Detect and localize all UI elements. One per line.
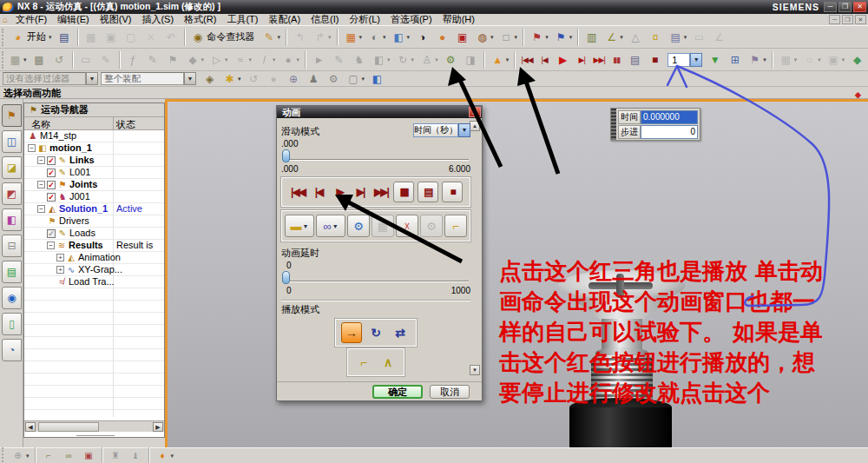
background-icon[interactable]: □▾ [496, 28, 521, 47]
collapse-icon[interactable]: − [28, 144, 36, 152]
tree-node-l001[interactable]: ✓✎L001 [24, 167, 164, 179]
loop-button[interactable]: ↻ [365, 322, 386, 343]
node-label[interactable]: Drivers [59, 215, 89, 226]
tree-node-loads[interactable]: ✓✎Loads [24, 228, 164, 240]
collapse-icon[interactable]: − [37, 156, 45, 164]
snap-pin-icon[interactable]: ⊕▾ [8, 449, 32, 463]
refresh-icon[interactable]: ↺ [49, 50, 69, 69]
mdi-close-button[interactable]: ✕ [855, 15, 866, 24]
checkbox[interactable]: ✓ [47, 169, 56, 177]
tree-horizontal-scrollbar[interactable]: ◀ ▶ [24, 420, 164, 432]
snap-icon[interactable]: ◈ [200, 69, 220, 89]
node-label[interactable]: J001 [69, 191, 90, 202]
rewind-icon[interactable]: |◀◀ [518, 50, 536, 69]
dialog-titlebar[interactable]: 动画 ✕ [277, 106, 482, 118]
web-browser-tab[interactable]: ◉ [2, 287, 22, 309]
menu-工具[interactable]: 工具(T) [221, 14, 263, 25]
panel-resize-grip[interactable] [76, 433, 115, 436]
view-list-icon[interactable]: ▤▾ [666, 28, 690, 47]
object-display-icon[interactable]: ▦▾ [5, 50, 30, 69]
expand-icon[interactable]: + [56, 266, 64, 274]
scroll-right-icon[interactable]: ▶ [153, 422, 163, 432]
node-label[interactable]: motion_1 [49, 142, 92, 153]
column-status[interactable]: 状态 [116, 118, 135, 131]
scrollbar-thumb[interactable] [38, 422, 99, 432]
tree-node-results[interactable]: −≋ResultsResult is [24, 240, 164, 252]
command-finder-icon[interactable]: ◉命令查找器 [188, 28, 260, 47]
joint-tool-icon[interactable]: ⌐ [39, 449, 59, 463]
info-list-icon[interactable]: ▥ [582, 28, 602, 47]
toolbar-grip[interactable] [2, 51, 3, 69]
pause-button[interactable]: ▮▮ [393, 182, 414, 202]
sketch-pen-icon[interactable]: ✎▾ [260, 28, 284, 47]
scope-filter-combo[interactable]: 整个装配 ▼ [101, 72, 196, 85]
dialog-scrollbar[interactable]: ▲ ▼ [470, 121, 480, 387]
close-window-icon[interactable]: ▦▾ [341, 28, 365, 47]
column-name[interactable]: 名称 [31, 118, 50, 131]
step-back-icon[interactable]: |◀ [536, 50, 553, 69]
chain-tool-icon[interactable]: ▣ [79, 449, 99, 463]
save-icon[interactable]: ▤ [55, 28, 75, 47]
snap-point-icon[interactable]: △ [626, 28, 646, 47]
tree-node-xygraph[interactable]: +∿XY-Grap... [24, 264, 164, 276]
roles-tab[interactable]: ▤ [2, 261, 22, 283]
cancel-button[interactable]: 取消 [430, 385, 470, 399]
node-label[interactable]: Loads [69, 228, 95, 238]
checkbox[interactable]: ✓ [47, 156, 56, 165]
step-back-button[interactable]: |◀ [308, 182, 329, 202]
restore-button[interactable]: ❐ [838, 2, 852, 12]
stop-button[interactable]: ■ [442, 182, 463, 202]
link-tool-icon[interactable]: ∞ [59, 449, 79, 463]
star-burst-icon[interactable]: ✱▾ [220, 69, 244, 89]
simulation-navigator-tab[interactable]: ◧ [2, 208, 22, 231]
frame-value[interactable]: 1 [667, 53, 690, 67]
gear-pair-icon[interactable]: ⚙ [441, 50, 461, 69]
tree-node-links[interactable]: −✓✎Links [24, 155, 164, 167]
crane-button[interactable]: ⌐ [444, 215, 467, 237]
tree-node-animation[interactable]: +◭Animation [24, 252, 164, 264]
scroll-up-icon[interactable]: ▲ [470, 121, 480, 131]
collapse-icon[interactable]: − [47, 241, 55, 249]
swing-button[interactable]: ⇄ [390, 322, 411, 343]
linkage-closed-button[interactable]: ∧ [378, 352, 398, 373]
tree-node-loadtransfer[interactable]: ≉Load Tra... [24, 276, 164, 288]
scope-filter-dropdown-icon[interactable]: ▼ [184, 72, 196, 85]
pause-icon[interactable]: ▮▮ [608, 50, 625, 69]
checkbox[interactable]: ✓ [47, 181, 56, 189]
menu-帮助[interactable]: 帮助(H) [437, 14, 480, 25]
tools-button[interactable]: ☓ [396, 215, 418, 237]
display-mode-icon[interactable]: ◐▾ [365, 28, 389, 47]
fast-forward-icon[interactable]: ▶▶| [590, 50, 608, 69]
collapse-icon[interactable]: − [37, 181, 45, 189]
menu-编辑[interactable]: 编辑(E) [52, 14, 95, 25]
node-label[interactable]: Joints [69, 179, 97, 189]
menu-视图[interactable]: 视图(V) [95, 14, 137, 25]
mechanism-button[interactable]: ⚙ [347, 215, 370, 237]
dialog-close-button[interactable]: ✕ [469, 107, 481, 117]
type-filter-combo[interactable]: 没有选择过滤器 ▼ [3, 72, 98, 85]
flag-blue-icon[interactable]: ⚑▾ [551, 28, 575, 47]
trace-ruler-button[interactable]: ▬▼ [285, 215, 314, 237]
object-pressed-icon[interactable]: ▩ [30, 50, 49, 69]
tree-node-part[interactable]: ♟M14_stp [24, 130, 164, 142]
linkage-open-button[interactable]: ⌐ [353, 352, 374, 373]
navigator-column-headers[interactable]: 名称 状态 [24, 117, 164, 130]
step-forward-icon[interactable]: ▶| [573, 50, 590, 69]
toolbar-grip[interactable] [2, 29, 6, 46]
scroll-left-icon[interactable]: ◀ [25, 422, 36, 432]
assembly-navigator-tab[interactable]: ◫ [2, 130, 22, 153]
node-label[interactable]: Links [69, 155, 95, 165]
view-cube-icon[interactable]: ◧▾ [389, 28, 413, 47]
time-slider-thumb[interactable] [282, 149, 290, 162]
animation-designer-icon[interactable]: ▲▾ [488, 50, 512, 69]
flame-icon[interactable]: ♦▾ [153, 449, 177, 463]
play-button[interactable]: ▶ [329, 182, 350, 202]
prev-result-icon[interactable]: ◆ [847, 50, 867, 69]
part-navigator-tab[interactable]: ◩ [2, 182, 22, 205]
minimize-button[interactable]: ─ [824, 2, 837, 12]
speed-dropdown-icon[interactable]: ▼ [705, 50, 725, 69]
node-label[interactable]: Load Tra... [69, 276, 115, 287]
export-movie-icon[interactable]: ▤ [625, 50, 645, 69]
menu-装配[interactable]: 装配(A) [263, 14, 306, 25]
delay-slider-thumb[interactable] [282, 271, 290, 284]
